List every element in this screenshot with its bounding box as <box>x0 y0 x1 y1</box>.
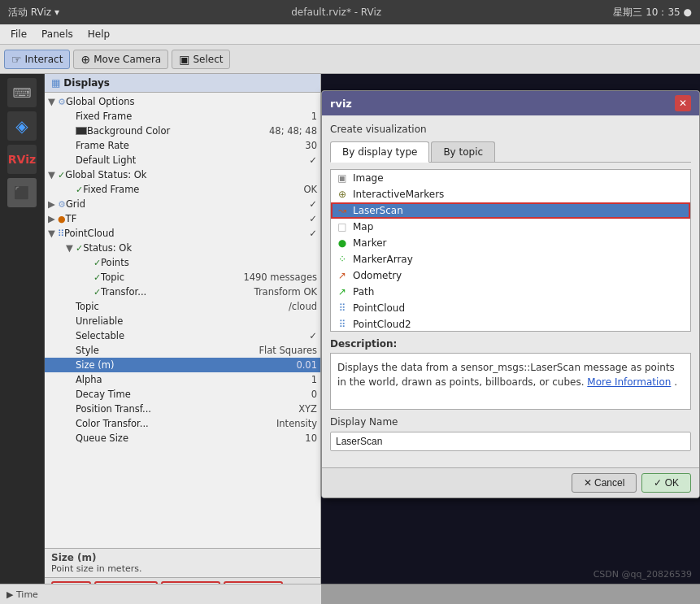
time-label[interactable]: ▶ Time <box>7 589 38 600</box>
tree-item[interactable]: ▼⚙Global Options <box>45 94 320 109</box>
window-title: default.rviz* - RViz <box>59 7 613 18</box>
viz-item-label: Odometry <box>353 270 402 281</box>
viz-item-label: Marker <box>353 237 386 249</box>
top-bar-app: 活动 RViz ▾ <box>8 6 59 20</box>
more-info-link[interactable]: More Information <box>587 376 671 388</box>
tree-item[interactable]: ▶●TF✓ <box>45 211 320 226</box>
modal-section-title: Create visualization <box>330 124 691 135</box>
viz-item-label: LaserScan <box>353 205 403 216</box>
viz-list-item[interactable]: ⠿PointCloud <box>331 300 690 316</box>
top-bar-left: 活动 RViz ▾ <box>8 6 59 20</box>
viz-item-icon: ⠿ <box>336 318 349 331</box>
viz-item-label: Map <box>353 221 373 232</box>
interact-button[interactable]: ☞ Interact <box>4 50 70 69</box>
viz-item-icon: ▣ <box>336 172 349 185</box>
tree-item[interactable]: ▼⠿PointCloud✓ <box>45 226 320 241</box>
displays-status: Size (m) Point size in meters. <box>45 548 320 577</box>
menu-bar: File Panels Help <box>0 24 700 45</box>
viz-list-item[interactable]: ⁘MarkerArray <box>331 251 690 267</box>
top-bar-clock: 星期三 10：35 ● <box>613 6 692 20</box>
visualization-list[interactable]: ▣Image⊕InteractiveMarkers↝LaserScan□Map●… <box>330 169 691 332</box>
sidebar-icon-vscode[interactable]: ◈ <box>7 111 37 141</box>
description-label: Description: <box>330 338 691 350</box>
move-camera-button[interactable]: ⊕ Move Camera <box>73 50 168 69</box>
tree-item[interactable]: Default Light✓ <box>45 153 320 167</box>
tab-by-display-type[interactable]: By display type <box>330 141 429 163</box>
tree-item[interactable]: ▼✓Status: Ok <box>45 241 320 255</box>
viz-item-label: PointCloud2 <box>353 319 411 330</box>
interact-icon: ☞ <box>11 53 22 66</box>
sidebar-icon-terminal[interactable]: ⌨ <box>7 78 37 107</box>
tree-item[interactable]: ✓Topic1490 messages <box>45 270 320 285</box>
modal-body: Create visualization By display type By … <box>322 115 699 467</box>
viz-item-icon: □ <box>336 220 349 233</box>
ok-button[interactable]: ✓ OK <box>641 473 691 493</box>
select-label: Select <box>193 54 223 65</box>
viz-list-item[interactable]: ⊕InteractiveMarkers <box>331 186 690 202</box>
left-sidebar: ⌨ ◈ RViz ⬛ <box>0 74 45 604</box>
viz-item-label: Image <box>353 172 384 184</box>
viz-item-label: InteractiveMarkers <box>353 189 444 200</box>
tree-item[interactable]: Unreliable <box>45 314 320 328</box>
modal-footer: ✕ Cancel ✓ OK <box>322 467 699 498</box>
tree-item[interactable]: Size (m)0.01 <box>45 358 320 372</box>
viz-item-icon: ↗ <box>336 269 349 282</box>
viz-item-icon: ↗ <box>336 285 349 298</box>
displays-tree[interactable]: ▼⚙Global Options Fixed Frame1 Background… <box>45 93 320 548</box>
tree-item[interactable]: Position Transf...XYZ <box>45 402 320 416</box>
menu-file[interactable]: File <box>4 27 33 41</box>
display-name-label: Display Name <box>330 416 691 428</box>
viz-list-item[interactable]: □Map <box>331 219 690 235</box>
tree-item[interactable]: ▼✓Global Status: Ok <box>45 167 320 182</box>
modal-titlebar: rviz ✕ <box>322 91 699 115</box>
tree-item[interactable]: Selectable✓ <box>45 328 320 343</box>
toolbar: ☞ Interact ⊕ Move Camera ▣ Select <box>0 45 700 74</box>
viz-item-icon: ⊕ <box>336 188 349 201</box>
tree-item[interactable]: StyleFlat Squares <box>45 343 320 358</box>
displays-header: ▦ Displays <box>45 74 320 93</box>
viz-list-item[interactable]: ▣Image <box>331 170 690 186</box>
sidebar-icon-rviz[interactable]: RViz <box>7 145 37 174</box>
displays-icon: ▦ <box>51 77 60 89</box>
tree-item[interactable]: Alpha1 <box>45 372 320 387</box>
menu-help[interactable]: Help <box>81 27 116 41</box>
status-title: Size (m) <box>51 552 314 563</box>
viz-list-item[interactable]: ↗Path <box>331 284 690 300</box>
menu-panels[interactable]: Panels <box>35 27 80 41</box>
tree-item[interactable]: Color Transfor...Intensity <box>45 416 320 431</box>
tree-item[interactable]: Queue Size10 <box>45 431 320 445</box>
viz-list-item[interactable]: ↗Odometry <box>331 267 690 284</box>
tree-item[interactable]: Fixed Frame1 <box>45 109 320 124</box>
viz-item-icon: ↝ <box>336 204 349 217</box>
display-name-input[interactable] <box>330 432 691 451</box>
select-button[interactable]: ▣ Select <box>172 50 230 69</box>
tree-item[interactable]: ✓Fixed FrameOK <box>45 182 320 197</box>
tree-item[interactable]: ✓Points <box>45 255 320 270</box>
viz-list-item[interactable]: ⠿PointCloud2 <box>331 316 690 332</box>
cancel-button[interactable]: ✕ Cancel <box>572 473 637 493</box>
create-visualization-modal: rviz ✕ Create visualization By display t… <box>321 90 700 498</box>
tree-item[interactable]: ▶⚙Grid✓ <box>45 197 320 211</box>
tab-by-topic[interactable]: By topic <box>431 141 495 162</box>
description-box: Displays the data from a sensor_msgs::La… <box>330 353 691 410</box>
modal-title: rviz <box>330 98 352 110</box>
viz-item-label: Path <box>353 286 374 298</box>
modal-overlay: rviz ✕ Create visualization By display t… <box>321 74 700 604</box>
viz-list-item[interactable]: ↝LaserScan <box>331 202 690 219</box>
displays-panel: ▦ Displays ▼⚙Global Options Fixed Frame1… <box>45 74 321 604</box>
view-area[interactable]: rviz ✕ Create visualization By display t… <box>321 74 700 604</box>
modal-close-button[interactable]: ✕ <box>675 95 691 111</box>
tree-item[interactable]: Background Color48; 48; 48 <box>45 124 320 138</box>
tree-item[interactable]: Frame Rate30 <box>45 138 320 153</box>
top-bar: 活动 RViz ▾ default.rviz* - RViz 星期三 10：35… <box>0 0 700 24</box>
displays-title: Displays <box>63 77 110 89</box>
move-camera-icon: ⊕ <box>80 53 90 66</box>
main-layout: ⌨ ◈ RViz ⬛ ▦ Displays ▼⚙Global Options F… <box>0 74 700 604</box>
viz-list-item[interactable]: ●Marker <box>331 235 690 251</box>
sidebar-icon-terminal2[interactable]: ⬛ <box>7 178 37 207</box>
tree-item[interactable]: ✓Transfor...Transform OK <box>45 285 320 299</box>
select-icon: ▣ <box>179 53 189 66</box>
description-period: . <box>674 376 677 388</box>
tree-item[interactable]: Topic/cloud <box>45 299 320 314</box>
tree-item[interactable]: Decay Time0 <box>45 387 320 402</box>
